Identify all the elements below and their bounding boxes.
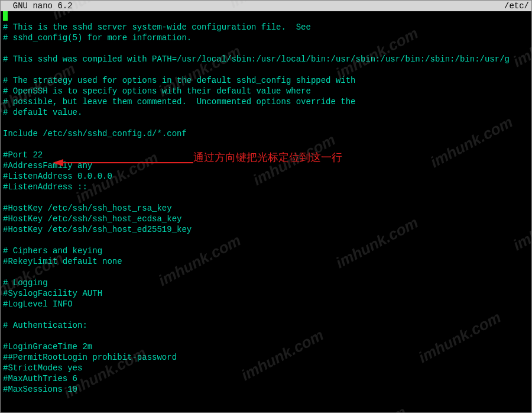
editor-line[interactable]: #ListenAddress :: (3, 182, 529, 192)
editor-line[interactable] (3, 267, 529, 278)
editor-line[interactable]: # Ciphers and keying (3, 246, 529, 256)
editor-line[interactable]: #MaxSessions 10 (3, 384, 529, 395)
editor-line[interactable]: #LoginGraceTime 2m (3, 341, 529, 352)
editor-line[interactable]: #HostKey /etc/ssh/ssh_host_rsa_key (3, 203, 529, 214)
watermark-text: imhunk.com (323, 406, 408, 413)
editor-line[interactable]: #MaxAuthTries 6 (3, 373, 529, 384)
editor-line[interactable]: # This is the sshd server system-wide co… (3, 22, 529, 33)
text-cursor (3, 11, 8, 21)
editor-line[interactable]: # This sshd was compiled with PATH=/usr/… (3, 54, 529, 64)
editor-line[interactable]: #StrictModes yes (3, 363, 529, 373)
editor-line[interactable]: #SyslogFacility AUTH (3, 288, 529, 299)
editor-line[interactable] (3, 192, 529, 203)
editor-line[interactable]: #AddressFamily any (3, 160, 529, 171)
editor-line[interactable] (3, 139, 529, 150)
editor-line[interactable]: Include /etc/ssh/sshd_config.d/*.conf (3, 128, 529, 139)
editor-line[interactable]: ##PermitRootLogin prohibit-password (3, 352, 529, 363)
editor-line[interactable] (3, 118, 529, 128)
editor-line[interactable]: #HostKey /etc/ssh/ssh_host_ed25519_key (3, 224, 529, 235)
editor-line[interactable]: #ListenAddress 0.0.0.0 (3, 171, 529, 182)
editor-line[interactable]: # Authentication: (3, 320, 529, 331)
editor-area[interactable]: # This is the sshd server system-wide co… (1, 11, 531, 395)
nano-title-bar: GNU nano 6.2 /etc/ (1, 1, 531, 11)
editor-line[interactable]: # OpenSSH is to specify options with the… (3, 86, 529, 96)
editor-line[interactable] (3, 11, 529, 22)
editor-line[interactable] (3, 331, 529, 341)
editor-line[interactable]: # The strategy used for options in the d… (3, 75, 529, 86)
editor-line[interactable]: #HostKey /etc/ssh/ssh_host_ecdsa_key (3, 214, 529, 224)
editor-line[interactable]: # default value. (3, 107, 529, 118)
editor-line[interactable]: #RekeyLimit default none (3, 256, 529, 267)
editor-line[interactable] (3, 64, 529, 75)
editor-line[interactable]: # possible, but leave them commented. Un… (3, 96, 529, 107)
editor-line[interactable]: #Port 22 (3, 150, 529, 160)
editor-line[interactable] (3, 309, 529, 320)
editor-line[interactable] (3, 43, 529, 54)
editor-line[interactable]: # sshd_config(5) for more information. (3, 33, 529, 43)
editor-line[interactable]: #LogLevel INFO (3, 299, 529, 309)
editor-line[interactable]: # Logging (3, 278, 529, 288)
editor-line[interactable] (3, 235, 529, 246)
nano-title-left: GNU nano 6.2 (3, 1, 73, 11)
nano-title-right: /etc/ (504, 1, 529, 11)
